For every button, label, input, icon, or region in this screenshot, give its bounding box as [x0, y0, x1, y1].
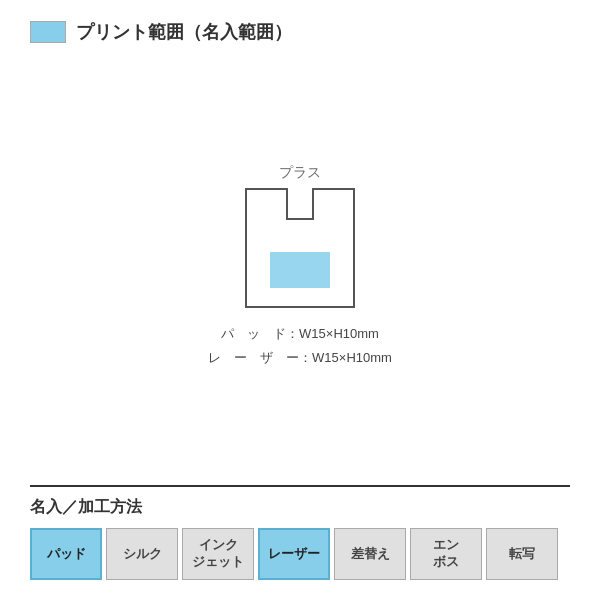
dimensions-text: パ ッ ド：W15×H10mm レ ー ザ ー：W15×H10mm — [208, 322, 392, 369]
method-tensha[interactable]: 転写 — [486, 528, 558, 580]
dimension-laser: レ ー ザ ー：W15×H10mm — [208, 346, 392, 369]
top-notch — [286, 188, 314, 220]
method-emboss[interactable]: エンボス — [410, 528, 482, 580]
product-shape — [245, 188, 355, 308]
methods-grid: パッド シルク インクジェット レーザー 差替え エンボス 転写 — [30, 528, 570, 580]
method-sashikae[interactable]: 差替え — [334, 528, 406, 580]
dimension-pad: パ ッ ド：W15×H10mm — [208, 322, 392, 345]
legend-color-box — [30, 21, 66, 43]
legend-row: プリント範囲（名入範囲） — [30, 20, 570, 44]
method-inkjet[interactable]: インクジェット — [182, 528, 254, 580]
product-label: プラス — [279, 164, 321, 182]
page-container: プリント範囲（名入範囲） プラス パ ッ ド：W15×H10mm レ ー ザ ー… — [0, 0, 600, 600]
method-laser[interactable]: レーザー — [258, 528, 330, 580]
section-divider — [30, 485, 570, 487]
method-pad[interactable]: パッド — [30, 528, 102, 580]
method-silk[interactable]: シルク — [106, 528, 178, 580]
print-area-box — [270, 252, 330, 288]
section-title: 名入／加工方法 — [30, 497, 570, 518]
legend-label: プリント範囲（名入範囲） — [76, 20, 292, 44]
diagram-area: プラス パ ッ ド：W15×H10mm レ ー ザ ー：W15×H10mm — [30, 74, 570, 459]
